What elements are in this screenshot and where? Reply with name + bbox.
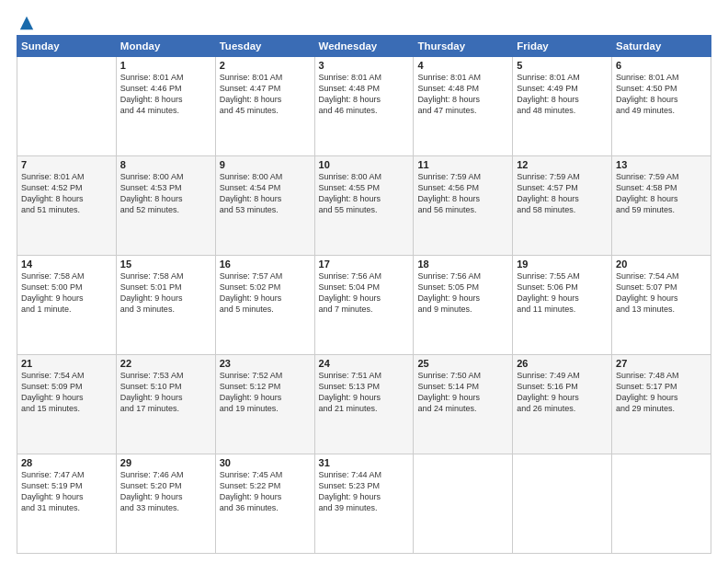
day-cell: 10Sunrise: 8:00 AMSunset: 4:55 PMDayligh… — [314, 156, 414, 256]
day-info: Sunrise: 7:59 AMSunset: 4:58 PMDaylight:… — [616, 171, 707, 216]
weekday-header-tuesday: Tuesday — [215, 36, 314, 57]
day-info: Sunrise: 7:48 AMSunset: 5:17 PMDaylight:… — [616, 370, 707, 415]
day-cell: 6Sunrise: 8:01 AMSunset: 4:50 PMDaylight… — [612, 57, 711, 156]
day-info: Sunrise: 8:01 AMSunset: 4:52 PMDaylight:… — [21, 171, 112, 216]
day-info: Sunrise: 7:44 AMSunset: 5:23 PMDaylight:… — [319, 469, 410, 514]
day-cell: 13Sunrise: 7:59 AMSunset: 4:58 PMDayligh… — [612, 156, 711, 256]
weekday-header-wednesday: Wednesday — [314, 36, 414, 57]
day-cell: 24Sunrise: 7:51 AMSunset: 5:13 PMDayligh… — [314, 355, 414, 454]
day-number: 24 — [319, 358, 410, 369]
day-info: Sunrise: 7:49 AMSunset: 5:16 PMDaylight:… — [517, 370, 608, 415]
day-number: 28 — [21, 457, 112, 468]
day-info: Sunrise: 7:57 AMSunset: 5:02 PMDaylight:… — [220, 270, 311, 316]
day-info: Sunrise: 7:58 AMSunset: 5:00 PMDaylight:… — [21, 270, 112, 316]
day-cell: 15Sunrise: 7:58 AMSunset: 5:01 PMDayligh… — [116, 256, 215, 355]
day-cell: 26Sunrise: 7:49 AMSunset: 5:16 PMDayligh… — [513, 355, 612, 454]
day-cell: 25Sunrise: 7:50 AMSunset: 5:14 PMDayligh… — [414, 355, 513, 454]
day-number: 17 — [319, 259, 410, 270]
day-info: Sunrise: 7:56 AMSunset: 5:05 PMDaylight:… — [417, 270, 508, 316]
day-cell: 28Sunrise: 7:47 AMSunset: 5:19 PMDayligh… — [17, 454, 117, 554]
day-number: 18 — [417, 259, 508, 270]
week-row-1: 1Sunrise: 8:01 AMSunset: 4:46 PMDaylight… — [17, 57, 711, 156]
day-cell: 2Sunrise: 8:01 AMSunset: 4:47 PMDaylight… — [215, 57, 314, 156]
day-cell: 3Sunrise: 8:01 AMSunset: 4:48 PMDaylight… — [314, 57, 414, 156]
day-cell: 31Sunrise: 7:44 AMSunset: 5:23 PMDayligh… — [314, 454, 414, 554]
day-number: 8 — [120, 159, 211, 170]
day-number: 15 — [120, 259, 211, 270]
day-info: Sunrise: 7:58 AMSunset: 5:01 PMDaylight:… — [120, 270, 211, 316]
day-cell — [17, 57, 117, 156]
weekday-header-friday: Friday — [513, 36, 612, 57]
calendar-table: SundayMondayTuesdayWednesdayThursdayFrid… — [17, 35, 711, 554]
day-cell: 4Sunrise: 8:01 AMSunset: 4:48 PMDaylight… — [414, 57, 513, 156]
day-number: 7 — [21, 159, 112, 170]
day-cell: 8Sunrise: 8:00 AMSunset: 4:53 PMDaylight… — [116, 156, 215, 256]
day-cell — [612, 454, 711, 554]
day-info: Sunrise: 8:00 AMSunset: 4:54 PMDaylight:… — [220, 171, 311, 216]
weekday-header-saturday: Saturday — [612, 36, 711, 57]
day-cell: 12Sunrise: 7:59 AMSunset: 4:57 PMDayligh… — [513, 156, 612, 256]
day-number: 10 — [319, 159, 410, 170]
weekday-header-monday: Monday — [116, 36, 215, 57]
day-info: Sunrise: 8:01 AMSunset: 4:49 PMDaylight:… — [517, 72, 608, 117]
day-cell: 14Sunrise: 7:58 AMSunset: 5:00 PMDayligh… — [17, 256, 117, 355]
day-info: Sunrise: 7:46 AMSunset: 5:20 PMDaylight:… — [120, 469, 211, 514]
day-cell: 1Sunrise: 8:01 AMSunset: 4:46 PMDaylight… — [116, 57, 215, 156]
day-cell: 7Sunrise: 8:01 AMSunset: 4:52 PMDaylight… — [17, 156, 117, 256]
day-cell: 20Sunrise: 7:54 AMSunset: 5:07 PMDayligh… — [612, 256, 711, 355]
day-info: Sunrise: 8:01 AMSunset: 4:46 PMDaylight:… — [120, 72, 211, 117]
weekday-header-row: SundayMondayTuesdayWednesdayThursdayFrid… — [17, 36, 711, 57]
day-number: 20 — [616, 259, 707, 270]
day-info: Sunrise: 7:59 AMSunset: 4:56 PMDaylight:… — [417, 171, 508, 216]
day-cell: 21Sunrise: 7:54 AMSunset: 5:09 PMDayligh… — [17, 355, 117, 454]
day-number: 9 — [220, 159, 311, 170]
day-number: 27 — [616, 358, 707, 369]
day-cell: 9Sunrise: 8:00 AMSunset: 4:54 PMDaylight… — [215, 156, 314, 256]
day-number: 5 — [517, 60, 608, 71]
day-number: 26 — [517, 358, 608, 369]
day-info: Sunrise: 7:59 AMSunset: 4:57 PMDaylight:… — [517, 171, 608, 216]
day-number: 29 — [120, 457, 211, 468]
day-number: 19 — [517, 259, 608, 270]
day-info: Sunrise: 7:54 AMSunset: 5:07 PMDaylight:… — [616, 270, 707, 316]
day-cell: 22Sunrise: 7:53 AMSunset: 5:10 PMDayligh… — [116, 355, 215, 454]
day-number: 13 — [616, 159, 707, 170]
day-info: Sunrise: 7:47 AMSunset: 5:19 PMDaylight:… — [21, 469, 112, 514]
day-info: Sunrise: 8:00 AMSunset: 4:55 PMDaylight:… — [319, 171, 410, 216]
day-cell: 30Sunrise: 7:45 AMSunset: 5:22 PMDayligh… — [215, 454, 314, 554]
day-number: 1 — [120, 60, 211, 71]
day-number: 4 — [417, 60, 508, 71]
day-number: 6 — [616, 60, 707, 71]
day-number: 22 — [120, 358, 211, 369]
page: SundayMondayTuesdayWednesdayThursdayFrid… — [0, 0, 728, 563]
day-info: Sunrise: 7:52 AMSunset: 5:12 PMDaylight:… — [220, 370, 311, 415]
day-info: Sunrise: 7:54 AMSunset: 5:09 PMDaylight:… — [21, 370, 112, 415]
day-number: 16 — [220, 259, 311, 270]
day-cell: 11Sunrise: 7:59 AMSunset: 4:56 PMDayligh… — [414, 156, 513, 256]
day-cell: 18Sunrise: 7:56 AMSunset: 5:05 PMDayligh… — [414, 256, 513, 355]
day-cell: 5Sunrise: 8:01 AMSunset: 4:49 PMDaylight… — [513, 57, 612, 156]
day-number: 31 — [319, 457, 410, 468]
day-info: Sunrise: 7:55 AMSunset: 5:06 PMDaylight:… — [517, 270, 608, 316]
day-info: Sunrise: 7:56 AMSunset: 5:04 PMDaylight:… — [319, 270, 410, 316]
day-info: Sunrise: 8:00 AMSunset: 4:53 PMDaylight:… — [120, 171, 211, 216]
day-info: Sunrise: 8:01 AMSunset: 4:48 PMDaylight:… — [319, 72, 410, 117]
week-row-2: 7Sunrise: 8:01 AMSunset: 4:52 PMDaylight… — [17, 156, 711, 256]
weekday-header-thursday: Thursday — [414, 36, 513, 57]
day-number: 14 — [21, 259, 112, 270]
day-info: Sunrise: 7:51 AMSunset: 5:13 PMDaylight:… — [319, 370, 410, 415]
day-info: Sunrise: 7:45 AMSunset: 5:22 PMDaylight:… — [220, 469, 311, 514]
day-info: Sunrise: 7:50 AMSunset: 5:14 PMDaylight:… — [417, 370, 508, 415]
day-cell: 16Sunrise: 7:57 AMSunset: 5:02 PMDayligh… — [215, 256, 314, 355]
day-info: Sunrise: 8:01 AMSunset: 4:47 PMDaylight:… — [220, 72, 311, 117]
day-number: 12 — [517, 159, 608, 170]
day-number: 21 — [21, 358, 112, 369]
weekday-header-sunday: Sunday — [17, 36, 117, 57]
logo-icon — [18, 15, 35, 31]
logo — [17, 15, 35, 28]
day-number: 2 — [220, 60, 311, 71]
day-number: 3 — [319, 60, 410, 71]
day-number: 23 — [220, 358, 311, 369]
day-cell: 17Sunrise: 7:56 AMSunset: 5:04 PMDayligh… — [314, 256, 414, 355]
svg-marker-0 — [20, 17, 33, 29]
